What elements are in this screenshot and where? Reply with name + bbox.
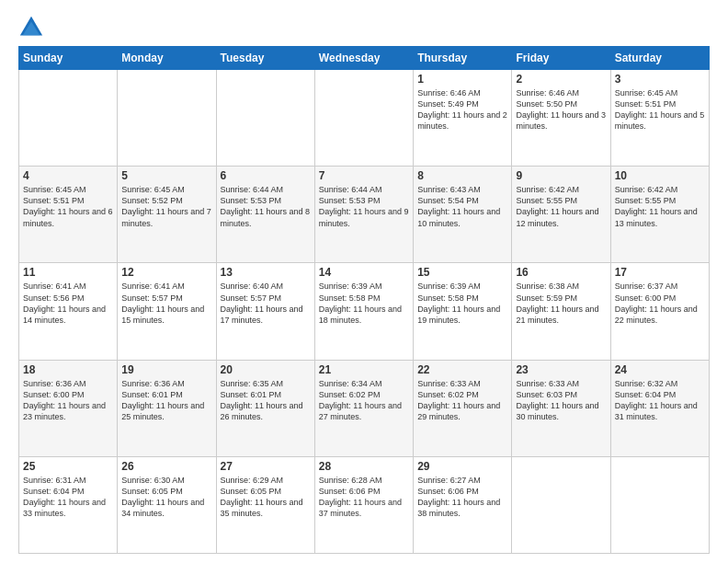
day-info: Sunrise: 6:45 AMSunset: 5:51 PMDaylight:…	[615, 87, 705, 132]
page: Sunday Monday Tuesday Wednesday Thursday…	[0, 0, 728, 563]
day-number: 13	[221, 266, 311, 279]
top-bar	[18, 15, 710, 40]
day-info: Sunrise: 6:46 AMSunset: 5:49 PMDaylight:…	[417, 87, 507, 132]
week-row-3: 11Sunrise: 6:41 AMSunset: 5:56 PMDayligh…	[19, 263, 710, 360]
day-cell: 18Sunrise: 6:36 AMSunset: 6:00 PMDayligh…	[19, 360, 118, 456]
day-info: Sunrise: 6:36 AMSunset: 6:01 PMDaylight:…	[121, 378, 211, 423]
day-number: 4	[23, 169, 113, 182]
day-number: 2	[516, 73, 606, 86]
day-cell: 4Sunrise: 6:45 AMSunset: 5:51 PMDaylight…	[19, 167, 118, 263]
day-cell: 21Sunrise: 6:34 AMSunset: 6:02 PMDayligh…	[314, 360, 413, 456]
day-number: 18	[23, 363, 113, 376]
day-number: 29	[417, 460, 507, 473]
day-info: Sunrise: 6:39 AMSunset: 5:58 PMDaylight:…	[319, 281, 409, 326]
day-info: Sunrise: 6:45 AMSunset: 5:51 PMDaylight:…	[23, 184, 113, 229]
day-info: Sunrise: 6:35 AMSunset: 6:01 PMDaylight:…	[221, 378, 311, 423]
day-number: 3	[615, 73, 705, 86]
day-number: 17	[615, 266, 705, 279]
day-info: Sunrise: 6:46 AMSunset: 5:50 PMDaylight:…	[516, 87, 606, 132]
day-number: 7	[319, 169, 409, 182]
day-number: 21	[319, 363, 409, 376]
day-number: 10	[615, 169, 705, 182]
day-cell: 22Sunrise: 6:33 AMSunset: 6:02 PMDayligh…	[414, 360, 512, 456]
day-info: Sunrise: 6:31 AMSunset: 6:04 PMDaylight:…	[23, 475, 113, 520]
day-number: 23	[516, 363, 606, 376]
day-info: Sunrise: 6:39 AMSunset: 5:58 PMDaylight:…	[417, 281, 507, 326]
header-wednesday: Wednesday	[314, 47, 413, 70]
day-number: 25	[23, 460, 113, 473]
day-cell: 7Sunrise: 6:44 AMSunset: 5:53 PMDaylight…	[314, 167, 413, 263]
day-cell: 5Sunrise: 6:45 AMSunset: 5:52 PMDaylight…	[118, 167, 216, 263]
day-cell: 14Sunrise: 6:39 AMSunset: 5:58 PMDayligh…	[314, 263, 413, 360]
day-info: Sunrise: 6:34 AMSunset: 6:02 PMDaylight:…	[319, 378, 409, 423]
day-info: Sunrise: 6:28 AMSunset: 6:06 PMDaylight:…	[319, 475, 409, 520]
day-info: Sunrise: 6:29 AMSunset: 6:05 PMDaylight:…	[221, 475, 311, 520]
day-number: 20	[221, 363, 311, 376]
day-number: 22	[417, 363, 507, 376]
day-number: 5	[121, 169, 211, 182]
day-cell: 17Sunrise: 6:37 AMSunset: 6:00 PMDayligh…	[610, 263, 709, 360]
day-info: Sunrise: 6:27 AMSunset: 6:06 PMDaylight:…	[417, 475, 507, 520]
day-info: Sunrise: 6:36 AMSunset: 6:00 PMDaylight:…	[23, 378, 113, 423]
day-number: 28	[319, 460, 409, 473]
day-cell: 28Sunrise: 6:28 AMSunset: 6:06 PMDayligh…	[314, 456, 413, 553]
header-saturday: Saturday	[610, 47, 709, 70]
day-cell: 2Sunrise: 6:46 AMSunset: 5:50 PMDaylight…	[512, 70, 610, 167]
day-number: 15	[417, 266, 507, 279]
day-info: Sunrise: 6:41 AMSunset: 5:56 PMDaylight:…	[23, 281, 113, 326]
day-cell: 15Sunrise: 6:39 AMSunset: 5:58 PMDayligh…	[414, 263, 512, 360]
day-info: Sunrise: 6:40 AMSunset: 5:57 PMDaylight:…	[221, 281, 311, 326]
day-info: Sunrise: 6:44 AMSunset: 5:53 PMDaylight:…	[319, 184, 409, 229]
day-cell: 16Sunrise: 6:38 AMSunset: 5:59 PMDayligh…	[512, 263, 610, 360]
day-cell: 11Sunrise: 6:41 AMSunset: 5:56 PMDayligh…	[19, 263, 118, 360]
day-cell: 26Sunrise: 6:30 AMSunset: 6:05 PMDayligh…	[118, 456, 216, 553]
day-cell: 3Sunrise: 6:45 AMSunset: 5:51 PMDaylight…	[610, 70, 709, 167]
week-row-1: 1Sunrise: 6:46 AMSunset: 5:49 PMDaylight…	[19, 70, 710, 167]
day-cell: 25Sunrise: 6:31 AMSunset: 6:04 PMDayligh…	[19, 456, 118, 553]
day-cell	[314, 70, 413, 167]
week-row-2: 4Sunrise: 6:45 AMSunset: 5:51 PMDaylight…	[19, 167, 710, 263]
day-info: Sunrise: 6:42 AMSunset: 5:55 PMDaylight:…	[615, 184, 705, 229]
day-info: Sunrise: 6:44 AMSunset: 5:53 PMDaylight:…	[221, 184, 311, 229]
day-cell: 24Sunrise: 6:32 AMSunset: 6:04 PMDayligh…	[610, 360, 709, 456]
day-cell: 27Sunrise: 6:29 AMSunset: 6:05 PMDayligh…	[216, 456, 314, 553]
day-info: Sunrise: 6:30 AMSunset: 6:05 PMDaylight:…	[121, 475, 211, 520]
day-number: 6	[221, 169, 311, 182]
day-number: 27	[221, 460, 311, 473]
day-cell: 20Sunrise: 6:35 AMSunset: 6:01 PMDayligh…	[216, 360, 314, 456]
day-number: 26	[121, 460, 211, 473]
day-cell	[216, 70, 314, 167]
day-number: 9	[516, 169, 606, 182]
day-info: Sunrise: 6:37 AMSunset: 6:00 PMDaylight:…	[615, 281, 705, 326]
day-cell	[19, 70, 118, 167]
day-cell: 23Sunrise: 6:33 AMSunset: 6:03 PMDayligh…	[512, 360, 610, 456]
day-cell: 1Sunrise: 6:46 AMSunset: 5:49 PMDaylight…	[414, 70, 512, 167]
day-cell: 12Sunrise: 6:41 AMSunset: 5:57 PMDayligh…	[118, 263, 216, 360]
day-info: Sunrise: 6:33 AMSunset: 6:03 PMDaylight:…	[516, 378, 606, 423]
week-row-4: 18Sunrise: 6:36 AMSunset: 6:00 PMDayligh…	[19, 360, 710, 456]
day-info: Sunrise: 6:38 AMSunset: 5:59 PMDaylight:…	[516, 281, 606, 326]
day-cell	[610, 456, 709, 553]
day-info: Sunrise: 6:32 AMSunset: 6:04 PMDaylight:…	[615, 378, 705, 423]
weekday-header-row: Sunday Monday Tuesday Wednesday Thursday…	[19, 47, 710, 70]
day-number: 24	[615, 363, 705, 376]
day-info: Sunrise: 6:33 AMSunset: 6:02 PMDaylight:…	[417, 378, 507, 423]
day-number: 19	[121, 363, 211, 376]
day-info: Sunrise: 6:43 AMSunset: 5:54 PMDaylight:…	[417, 184, 507, 229]
day-info: Sunrise: 6:42 AMSunset: 5:55 PMDaylight:…	[516, 184, 606, 229]
day-cell: 13Sunrise: 6:40 AMSunset: 5:57 PMDayligh…	[216, 263, 314, 360]
header-monday: Monday	[118, 47, 216, 70]
day-cell: 6Sunrise: 6:44 AMSunset: 5:53 PMDaylight…	[216, 167, 314, 263]
day-cell: 29Sunrise: 6:27 AMSunset: 6:06 PMDayligh…	[414, 456, 512, 553]
day-cell	[512, 456, 610, 553]
day-info: Sunrise: 6:41 AMSunset: 5:57 PMDaylight:…	[121, 281, 211, 326]
day-number: 12	[121, 266, 211, 279]
logo-icon	[18, 15, 44, 40]
header-sunday: Sunday	[19, 47, 118, 70]
header-tuesday: Tuesday	[216, 47, 314, 70]
day-info: Sunrise: 6:45 AMSunset: 5:52 PMDaylight:…	[121, 184, 211, 229]
day-number: 14	[319, 266, 409, 279]
day-cell: 9Sunrise: 6:42 AMSunset: 5:55 PMDaylight…	[512, 167, 610, 263]
day-number: 16	[516, 266, 606, 279]
day-number: 11	[23, 266, 113, 279]
